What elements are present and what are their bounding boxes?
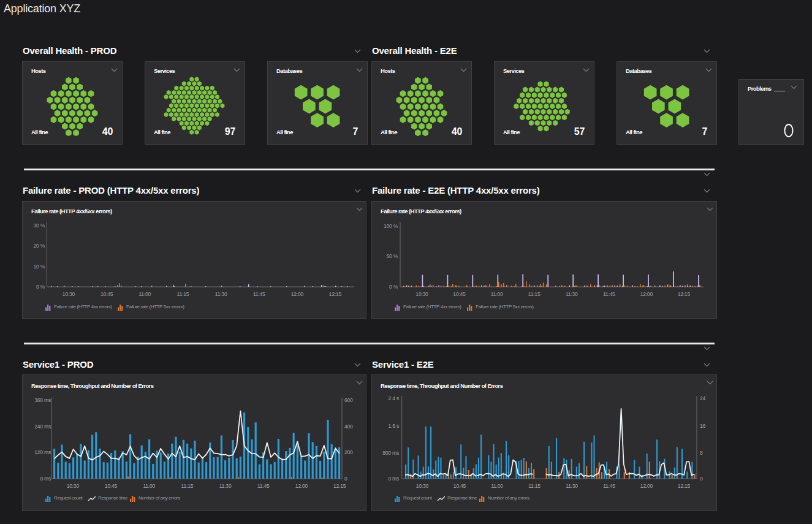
svg-text:10:30: 10:30 xyxy=(63,291,75,297)
svg-text:11:00: 11:00 xyxy=(143,483,155,489)
svg-text:10:45: 10:45 xyxy=(101,291,113,297)
svg-text:400: 400 xyxy=(344,423,353,430)
svg-text:12:15: 12:15 xyxy=(333,483,346,489)
svg-text:100 %: 100 % xyxy=(384,223,398,229)
svg-text:24: 24 xyxy=(700,395,706,401)
svg-text:0 ms: 0 ms xyxy=(40,476,51,482)
svg-text:360 ms: 360 ms xyxy=(34,397,51,403)
svg-text:30 %: 30 % xyxy=(33,222,45,229)
svg-text:0 %: 0 % xyxy=(36,284,45,290)
svg-text:800 ms: 800 ms xyxy=(382,450,399,456)
svg-text:10:45: 10:45 xyxy=(105,483,118,489)
svg-text:12:15: 12:15 xyxy=(329,291,342,297)
svg-text:11:45: 11:45 xyxy=(603,483,615,489)
svg-text:11:00: 11:00 xyxy=(491,483,503,489)
svg-text:2.4 s: 2.4 s xyxy=(389,395,399,401)
svg-text:10 %: 10 % xyxy=(33,264,45,270)
svg-text:600: 600 xyxy=(344,397,353,403)
svg-text:11:30: 11:30 xyxy=(566,291,578,297)
svg-text:11:15: 11:15 xyxy=(528,291,541,297)
svg-text:1.6 s: 1.6 s xyxy=(389,423,399,429)
svg-text:11:15: 11:15 xyxy=(177,291,189,297)
svg-text:50 %: 50 % xyxy=(386,253,398,259)
svg-text:20 %: 20 % xyxy=(33,243,45,249)
svg-text:12:15: 12:15 xyxy=(678,483,691,489)
svg-text:0 %: 0 % xyxy=(389,284,398,290)
svg-text:11:45: 11:45 xyxy=(253,291,265,297)
svg-text:0: 0 xyxy=(700,476,703,482)
svg-text:120 ms: 120 ms xyxy=(34,449,51,455)
svg-text:11:30: 11:30 xyxy=(566,483,578,489)
svg-text:0: 0 xyxy=(344,476,347,482)
svg-text:11:45: 11:45 xyxy=(603,291,615,297)
svg-text:10:45: 10:45 xyxy=(453,483,466,489)
svg-text:11:15: 11:15 xyxy=(181,483,194,489)
svg-text:10:30: 10:30 xyxy=(416,483,429,489)
svg-text:16: 16 xyxy=(700,423,706,429)
svg-text:8: 8 xyxy=(700,450,703,456)
svg-text:0 ms: 0 ms xyxy=(388,476,399,482)
svg-text:240 ms: 240 ms xyxy=(34,423,51,430)
svg-text:11:00: 11:00 xyxy=(138,291,151,297)
svg-text:11:30: 11:30 xyxy=(219,483,232,489)
svg-text:10:45: 10:45 xyxy=(453,291,466,297)
svg-text:12:15: 12:15 xyxy=(678,291,691,297)
svg-text:10:30: 10:30 xyxy=(67,483,80,489)
svg-text:12:00: 12:00 xyxy=(640,291,653,297)
svg-text:12:00: 12:00 xyxy=(291,291,304,297)
svg-text:11:00: 11:00 xyxy=(491,291,503,297)
svg-text:12:00: 12:00 xyxy=(640,483,653,489)
svg-text:11:15: 11:15 xyxy=(528,483,541,489)
svg-text:200: 200 xyxy=(344,449,353,455)
svg-text:11:30: 11:30 xyxy=(215,291,227,297)
svg-text:10:30: 10:30 xyxy=(415,291,428,297)
svg-text:11:45: 11:45 xyxy=(257,483,270,489)
svg-text:12:00: 12:00 xyxy=(295,483,308,489)
